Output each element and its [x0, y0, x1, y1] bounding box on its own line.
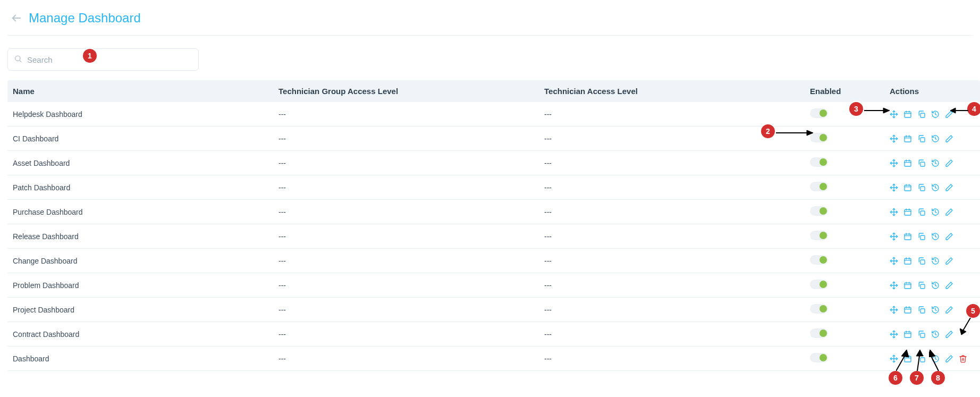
move-button[interactable]	[890, 281, 898, 290]
enabled-toggle[interactable]	[810, 280, 828, 289]
copy-button[interactable]	[917, 306, 926, 314]
edit-icon	[945, 281, 953, 290]
history-button[interactable]	[931, 110, 940, 119]
edit-button[interactable]	[945, 354, 953, 363]
history-button[interactable]	[931, 330, 940, 339]
edit-button[interactable]	[945, 330, 953, 339]
edit-icon	[945, 232, 953, 241]
edit-button[interactable]	[945, 110, 953, 119]
enabled-toggle[interactable]	[810, 182, 828, 191]
table-header-row: Name Technician Group Access Level Techn…	[7, 80, 980, 102]
edit-icon	[945, 257, 953, 265]
move-button[interactable]	[890, 330, 898, 339]
calendar-button[interactable]	[903, 257, 912, 265]
copy-button[interactable]	[917, 159, 926, 167]
calendar-button[interactable]	[903, 183, 912, 192]
copy-button[interactable]	[917, 330, 926, 339]
calendar-button[interactable]	[903, 110, 912, 119]
calendar-icon	[903, 232, 912, 241]
table-row: Contract Dashboard------	[7, 322, 980, 347]
delete-button[interactable]	[959, 354, 967, 363]
calendar-icon	[903, 183, 912, 192]
enabled-toggle[interactable]	[810, 353, 828, 362]
move-button[interactable]	[890, 159, 898, 167]
move-icon	[890, 330, 898, 339]
history-icon	[931, 110, 940, 119]
move-icon	[890, 110, 898, 119]
copy-button[interactable]	[917, 208, 926, 216]
history-button[interactable]	[931, 183, 940, 192]
cell-group: ---	[273, 224, 539, 249]
copy-button[interactable]	[917, 281, 926, 290]
move-button[interactable]	[890, 208, 898, 216]
edit-button[interactable]	[945, 281, 953, 290]
cell-enabled	[805, 224, 884, 249]
svg-rect-27	[920, 162, 925, 166]
edit-button[interactable]	[945, 208, 953, 216]
calendar-button[interactable]	[903, 354, 912, 363]
table-row: Asset Dashboard------	[7, 151, 980, 175]
enabled-toggle[interactable]	[810, 133, 828, 142]
copy-button[interactable]	[917, 232, 926, 241]
cell-tech: ---	[539, 224, 805, 249]
enabled-toggle[interactable]	[810, 108, 828, 118]
svg-rect-68	[905, 283, 911, 289]
edit-button[interactable]	[945, 159, 953, 167]
search-input[interactable]	[7, 48, 199, 71]
enabled-toggle[interactable]	[810, 255, 828, 265]
copy-button[interactable]	[917, 183, 926, 192]
edit-button[interactable]	[945, 183, 953, 192]
col-enabled: Enabled	[805, 80, 884, 102]
page-title: Manage Dashboard	[29, 11, 141, 26]
move-button[interactable]	[890, 183, 898, 192]
edit-button[interactable]	[945, 134, 953, 143]
enabled-toggle[interactable]	[810, 328, 828, 338]
history-button[interactable]	[931, 208, 940, 216]
actions-group	[890, 232, 975, 241]
copy-icon	[917, 354, 926, 363]
edit-button[interactable]	[945, 306, 953, 314]
history-button[interactable]	[931, 354, 940, 363]
enabled-toggle[interactable]	[810, 206, 828, 216]
svg-line-74	[935, 285, 936, 286]
calendar-button[interactable]	[903, 159, 912, 167]
cell-group: ---	[273, 273, 539, 298]
edit-icon	[945, 208, 953, 216]
edit-button[interactable]	[945, 232, 953, 241]
move-button[interactable]	[890, 306, 898, 314]
calendar-icon	[903, 281, 912, 290]
calendar-button[interactable]	[903, 330, 912, 339]
enabled-toggle[interactable]	[810, 304, 828, 314]
history-button[interactable]	[931, 232, 940, 241]
back-icon[interactable]	[11, 12, 22, 24]
move-button[interactable]	[890, 134, 898, 143]
copy-icon	[917, 208, 926, 216]
calendar-button[interactable]	[903, 232, 912, 241]
calendar-button[interactable]	[903, 208, 912, 216]
copy-button[interactable]	[917, 257, 926, 265]
cell-name: Asset Dashboard	[7, 151, 273, 175]
move-button[interactable]	[890, 354, 898, 363]
history-button[interactable]	[931, 134, 940, 143]
cell-group: ---	[273, 200, 539, 224]
copy-button[interactable]	[917, 354, 926, 363]
svg-rect-18	[920, 138, 925, 142]
history-button[interactable]	[931, 306, 940, 314]
calendar-button[interactable]	[903, 134, 912, 143]
copy-button[interactable]	[917, 110, 926, 119]
edit-button[interactable]	[945, 257, 953, 265]
enabled-toggle[interactable]	[810, 231, 828, 240]
history-button[interactable]	[931, 257, 940, 265]
history-button[interactable]	[931, 281, 940, 290]
cell-name: Release Dashboard	[7, 224, 273, 249]
calendar-button[interactable]	[903, 306, 912, 314]
svg-rect-72	[920, 284, 925, 289]
calendar-button[interactable]	[903, 281, 912, 290]
cell-actions	[884, 298, 980, 322]
copy-button[interactable]	[917, 134, 926, 143]
history-button[interactable]	[931, 159, 940, 167]
move-button[interactable]	[890, 232, 898, 241]
enabled-toggle[interactable]	[810, 157, 828, 167]
move-button[interactable]	[890, 257, 898, 265]
move-button[interactable]	[890, 110, 898, 119]
